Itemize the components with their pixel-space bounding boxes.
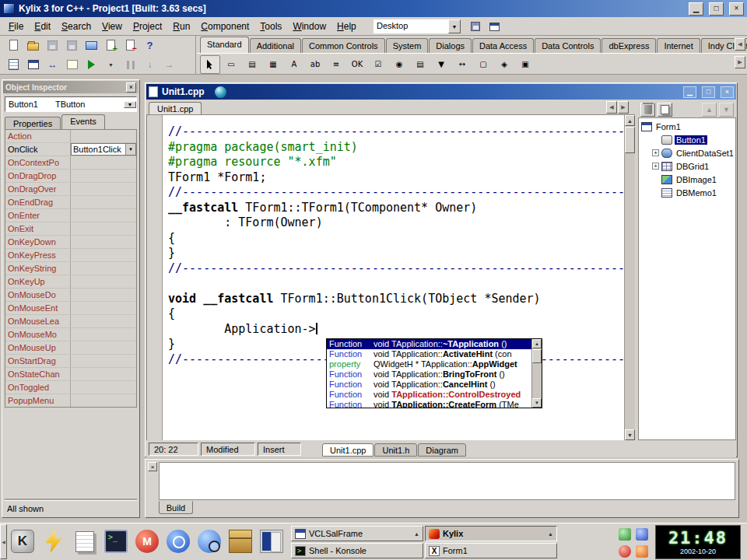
launcher-k-menu[interactable] <box>9 527 36 556</box>
save-all-button[interactable] <box>63 37 81 54</box>
inspector-row-oncontextpo[interactable]: OnContextPo <box>5 156 136 170</box>
nav-forward-icon[interactable]: ▶ <box>618 101 629 114</box>
inspector-row-onenter[interactable]: OnEnter <box>5 209 136 222</box>
tab-unit1-cpp[interactable]: Unit1.cpp <box>149 102 202 114</box>
code-line[interactable]: #pragma resource "*.xfm" <box>168 155 624 170</box>
inspector-row-ondragdrop[interactable]: OnDragDrop <box>5 170 136 183</box>
palette-icon-radio-button[interactable]: ◉ <box>389 55 409 74</box>
code-line[interactable]: __fastcall TForm1::TForm1(TComponent* Ow… <box>168 201 624 216</box>
add-file-button[interactable] <box>102 37 120 54</box>
completion-item[interactable]: Functionvoid TApplication::~TApplication… <box>327 339 542 349</box>
palette-icon-frames[interactable]: ▭ <box>221 55 241 74</box>
set-debug-desktop-button[interactable] <box>486 19 503 34</box>
file-tab-unit1-h[interactable]: Unit1.h <box>374 443 417 457</box>
palette-tab-common-controls[interactable]: Common Controls <box>302 38 385 53</box>
chevron-down-icon[interactable]: ▼ <box>124 101 136 108</box>
code-line[interactable]: void __fastcall TForm1::Button1Click(TOb… <box>168 292 624 307</box>
inspector-row-onmouselea[interactable]: OnMouseLea <box>5 315 136 328</box>
palette-icon-scrollbar[interactable]: ↔ <box>452 55 472 74</box>
palette-icon-combobox[interactable]: ▼ <box>431 55 451 74</box>
palette-icon-main-menu[interactable]: ▤ <box>242 55 262 74</box>
inspector-row-ondragover[interactable]: OnDragOver <box>5 183 136 196</box>
editor-titlebar[interactable]: Unit1.cpp ▁ □ × <box>146 84 736 100</box>
scroll-down-icon[interactable]: ▼ <box>532 398 542 408</box>
tree-item-clientdataset1[interactable]: +ClientDataSet1 <box>639 146 735 159</box>
panel-hide-button[interactable]: ◀ <box>0 524 7 559</box>
palette-icon-listbox[interactable]: ▤ <box>410 55 430 74</box>
scroll-up-icon[interactable]: ▲ <box>625 115 635 126</box>
expander-icon[interactable]: + <box>652 149 659 156</box>
save-desktop-button[interactable] <box>467 19 484 34</box>
scroll-left-icon[interactable]: ◀ <box>735 38 745 51</box>
launcher-search[interactable] <box>196 527 223 556</box>
maximize-button[interactable]: □ <box>702 86 715 98</box>
palette-icon-button[interactable]: OK <box>347 55 367 74</box>
code-line[interactable]: { <box>168 306 624 322</box>
menu-search[interactable]: Search <box>56 19 96 34</box>
inspector-row-action[interactable]: Action <box>5 130 136 143</box>
code-area[interactable]: //--------------------------------------… <box>146 114 635 440</box>
inspector-tab-properties[interactable]: Properties <box>5 117 61 129</box>
close-icon[interactable]: × <box>148 462 157 471</box>
main-window-titlebar[interactable]: Kylix 3 for C++ - Project1 [Built: 3.63 … <box>0 0 747 17</box>
expander-icon[interactable]: + <box>652 163 659 170</box>
nav-back-icon[interactable]: ◀ <box>606 101 617 114</box>
launcher-package[interactable] <box>227 527 254 556</box>
property-value[interactable]: Button1Click▼ <box>71 143 136 156</box>
code-line[interactable]: TForm1 *Form1; <box>168 170 624 186</box>
tray-icon-red[interactable] <box>617 544 632 558</box>
inspector-row-onmouseent[interactable]: OnMouseEnt <box>5 302 136 315</box>
completion-item[interactable]: Functionvoid TApplication::CancelHint () <box>327 380 542 390</box>
inspector-row-onexit[interactable]: OnExit <box>5 222 136 236</box>
tray-icon-orange[interactable] <box>634 544 649 558</box>
inspector-row-ontoggled[interactable]: OnToggled <box>5 381 136 394</box>
step-over-button[interactable]: → <box>160 57 178 73</box>
inspector-row-popupmenu[interactable]: PopupMenu <box>5 394 136 408</box>
menu-file[interactable]: File <box>3 19 29 34</box>
taskbar-button-shell-konsole[interactable]: Shell - Konsole <box>291 543 423 558</box>
taskbar-button-vclsalframe[interactable]: VCLSalFrame▲ <box>291 526 423 541</box>
menu-tools[interactable]: Tools <box>254 19 287 34</box>
scroll-down-icon[interactable]: ▼ <box>625 429 635 440</box>
menu-view[interactable]: View <box>96 19 128 34</box>
object-selector-combobox[interactable]: Button1 TButton ▼ <box>5 96 137 112</box>
new-form-button[interactable] <box>63 57 81 73</box>
inspector-tab-events[interactable]: Events <box>61 114 105 129</box>
view-unit-button[interactable] <box>5 57 23 73</box>
launcher-windows[interactable] <box>258 527 285 556</box>
palette-icon-popup-menu[interactable]: ▦ <box>263 55 283 74</box>
palette-icon-label[interactable]: A <box>284 55 304 74</box>
minimize-button[interactable]: ▁ <box>683 86 696 98</box>
completion-item[interactable]: Functionvoid TApplication::BringToFront … <box>327 369 542 380</box>
palette-tab-system[interactable]: System <box>386 38 429 53</box>
delete-item-button[interactable] <box>640 103 655 117</box>
new-item-button[interactable] <box>658 103 672 117</box>
chevron-down-icon[interactable]: ▼ <box>125 144 135 155</box>
trace-into-button[interactable]: ↓ <box>141 57 159 73</box>
scroll-up-icon[interactable]: ▲ <box>532 339 542 348</box>
taskbar-button-kylix[interactable]: Kylix▲ <box>425 526 557 541</box>
close-icon[interactable]: × <box>126 82 136 93</box>
code-line[interactable] <box>168 276 624 292</box>
completion-item[interactable]: propertyQWidgetH * TApplication::AppWidg… <box>327 359 542 369</box>
chevron-down-icon[interactable]: ▼ <box>448 19 461 33</box>
close-button[interactable]: × <box>721 86 734 98</box>
scrollbar-thumb[interactable] <box>625 127 635 153</box>
completion-item[interactable]: Functionvoid TApplication::CreateForm (T… <box>327 400 542 408</box>
palette-icon-radio-group[interactable]: ◈ <box>494 55 514 74</box>
tree-item-dbimage1[interactable]: DBImage1 <box>639 173 735 186</box>
panel-clock[interactable]: 21:48 2002-10-20 <box>655 525 741 559</box>
menu-component[interactable]: Component <box>195 19 254 34</box>
palette-tab-dialogs[interactable]: Dialogs <box>429 38 472 53</box>
move-up-button[interactable]: ▲ <box>702 103 717 117</box>
file-tab-unit1-cpp[interactable]: Unit1.cpp <box>322 443 374 457</box>
launcher-documents[interactable] <box>72 527 98 556</box>
file-tab-diagram[interactable]: Diagram <box>418 443 466 457</box>
code-line[interactable]: : TForm(Owner) <box>168 215 624 231</box>
code-line[interactable]: } <box>168 246 624 261</box>
inspector-row-onmousemo[interactable]: OnMouseMo <box>5 328 136 341</box>
message-area[interactable] <box>159 462 735 500</box>
build-tab[interactable]: Build <box>159 501 193 514</box>
help-button[interactable]: ? <box>141 37 159 54</box>
run-button[interactable] <box>82 57 100 73</box>
